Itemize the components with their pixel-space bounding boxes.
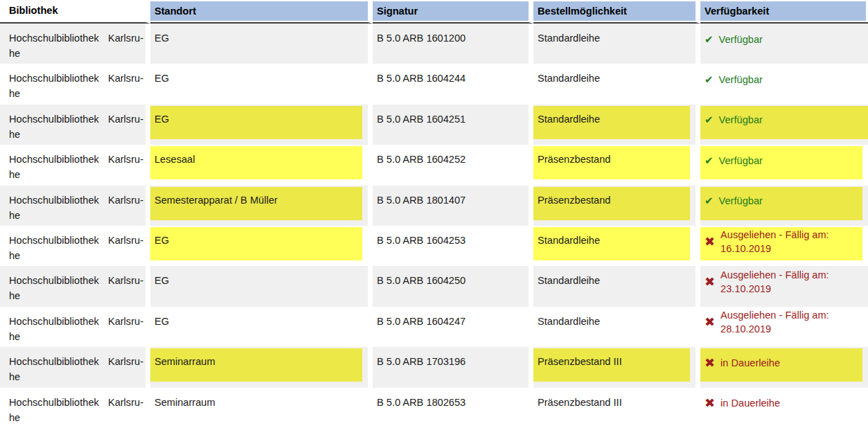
cell-order: Präsenzbestand bbox=[533, 145, 700, 185]
order-type-text: Präsenzbestand bbox=[538, 154, 610, 165]
order-type-text: Präsenzbestand III bbox=[538, 356, 622, 367]
cell-signature: B 5.0 ARB 1604244 bbox=[373, 64, 533, 104]
cell-library: Hochschulbibliothek Karlsru­he bbox=[0, 266, 150, 306]
location-text: Seminarraum bbox=[154, 356, 215, 367]
location-text: EG bbox=[154, 275, 169, 286]
column-header-library: Bibliothek bbox=[0, 0, 150, 24]
cell-availability: ✔Verfügbar bbox=[700, 64, 868, 104]
library-name: Hochschulbibliothek Karlsru­he bbox=[9, 356, 143, 382]
library-name: Hochschulbibliothek Karlsru­he bbox=[9, 114, 143, 140]
order-type-text: Standardleihe bbox=[538, 33, 600, 44]
availability-text: Ausgeliehen - Fällig am: 23.10.2019 bbox=[720, 268, 861, 296]
cell-location: EG bbox=[150, 24, 373, 64]
column-header-label: Verfügbarkeit bbox=[700, 1, 866, 21]
signature-text: B 5.0 ARB 1604251 bbox=[377, 114, 466, 125]
column-header-label: Signatur bbox=[373, 1, 529, 21]
table-row: Hochschulbibliothek Karlsru­heEGB 5.0 AR… bbox=[0, 266, 868, 306]
library-name: Hochschulbibliothek Karlsru­he bbox=[9, 195, 143, 221]
availability-text: in Dauerleihe bbox=[720, 396, 780, 410]
table-row: Hochschulbibliothek Karlsru­heEGB 5.0 AR… bbox=[0, 24, 868, 64]
availability-text: in Dauerleihe bbox=[720, 356, 780, 370]
signature-text: B 5.0 ARB 1604247 bbox=[377, 316, 466, 327]
cell-availability: ✔Verfügbar bbox=[700, 24, 868, 64]
location-text: EG bbox=[154, 114, 169, 125]
cell-order: Präsenzbestand bbox=[533, 186, 700, 226]
cell-signature: B 5.0 ARB 1802653 bbox=[373, 388, 533, 428]
table-body: Hochschulbibliothek Karlsru­heEGB 5.0 AR… bbox=[0, 24, 868, 428]
order-type-text: Standardleihe bbox=[538, 114, 600, 125]
table-row: Hochschulbibliothek Karlsru­heEGB 5.0 AR… bbox=[0, 64, 868, 104]
cell-library: Hochschulbibliothek Karlsru­he bbox=[0, 64, 150, 104]
cell-library: Hochschulbibliothek Karlsru­he bbox=[0, 105, 150, 145]
table-row: Hochschulbibliothek Karlsru­heSeminarrau… bbox=[0, 388, 868, 428]
cell-order: Präsenzbestand III bbox=[533, 347, 700, 387]
availability-table: BibliothekStandortSignaturBestellmöglich… bbox=[0, 0, 868, 428]
cell-availability: ✔Verfügbar bbox=[700, 186, 868, 226]
column-header-location: Standort bbox=[150, 0, 373, 24]
cell-availability: ✖Ausgeliehen - Fällig am: 23.10.2019 bbox=[700, 266, 868, 306]
signature-text: B 5.0 ARB 1604244 bbox=[377, 73, 466, 84]
availability-text: Verfügbar bbox=[719, 33, 763, 46]
cell-availability: ✔Verfügbar bbox=[700, 145, 868, 185]
library-name: Hochschulbibliothek Karlsru­he bbox=[9, 33, 143, 59]
signature-text: B 5.0 ARB 1604252 bbox=[377, 154, 466, 165]
column-header-signature: Signatur bbox=[373, 0, 533, 24]
order-type-text: Standardleihe bbox=[538, 73, 600, 84]
cell-library: Hochschulbibliothek Karlsru­he bbox=[0, 226, 150, 266]
library-name: Hochschulbibliothek Karlsru­he bbox=[9, 235, 143, 261]
location-text: EG bbox=[154, 73, 169, 84]
cell-availability: ✖Ausgeliehen - Fällig am: 28.10.2019 bbox=[700, 307, 868, 347]
table-row: Hochschulbibliothek Karlsru­heEGB 5.0 AR… bbox=[0, 105, 868, 145]
cross-icon: ✖ bbox=[705, 315, 715, 329]
cell-location: Seminarraum bbox=[150, 347, 373, 387]
cell-location: EG bbox=[150, 105, 373, 145]
signature-text: B 5.0 ARB 1604250 bbox=[377, 275, 466, 286]
cell-library: Hochschulbibliothek Karlsru­he bbox=[0, 24, 150, 64]
location-text: Seminarraum bbox=[154, 397, 215, 408]
column-header-label: Standort bbox=[150, 1, 368, 21]
library-name: Hochschulbibliothek Karlsru­he bbox=[9, 154, 143, 180]
library-name: Hochschulbibliothek Karlsru­he bbox=[9, 316, 143, 342]
availability-text: Verfügbar bbox=[719, 154, 763, 168]
check-icon: ✔ bbox=[705, 154, 714, 168]
cell-signature: B 5.0 ARB 1604252 bbox=[373, 145, 533, 185]
cell-order: Standardleihe bbox=[533, 307, 700, 347]
cell-location: Semesterapparat / B Müller bbox=[150, 186, 373, 226]
cell-library: Hochschulbibliothek Karlsru­he bbox=[0, 186, 150, 226]
check-icon: ✔ bbox=[705, 113, 714, 127]
table-row: Hochschulbibliothek Karlsru­heLesesaalB … bbox=[0, 145, 868, 185]
column-header-order: Bestellmöglichkeit bbox=[533, 0, 700, 24]
location-text: Lesesaal bbox=[154, 154, 195, 165]
cell-library: Hochschulbibliothek Karlsru­he bbox=[0, 347, 150, 387]
column-header-label: Bestellmöglichkeit bbox=[533, 1, 696, 21]
cell-order: Standardleihe bbox=[533, 105, 700, 145]
order-type-text: Standardleihe bbox=[538, 316, 600, 327]
cell-signature: B 5.0 ARB 1801407 bbox=[373, 186, 533, 226]
cell-library: Hochschulbibliothek Karlsru­he bbox=[0, 388, 150, 428]
signature-text: B 5.0 ARB 1703196 bbox=[377, 356, 466, 367]
cell-order: Standardleihe bbox=[533, 64, 700, 104]
cell-availability: ✖in Dauerleihe bbox=[700, 347, 868, 387]
cell-location: EG bbox=[150, 266, 373, 306]
location-text: EG bbox=[154, 33, 169, 44]
cell-location: EG bbox=[150, 307, 373, 347]
cell-location: EG bbox=[150, 64, 373, 104]
cell-location: Seminarraum bbox=[150, 388, 373, 428]
cell-library: Hochschulbibliothek Karlsru­he bbox=[0, 307, 150, 347]
order-type-text: Präsenzbestand bbox=[538, 195, 610, 206]
table-row: Hochschulbibliothek Karlsru­heEGB 5.0 AR… bbox=[0, 226, 868, 266]
signature-text: B 5.0 ARB 1604253 bbox=[377, 235, 466, 246]
location-text: EG bbox=[154, 235, 169, 246]
cell-location: EG bbox=[150, 226, 373, 266]
cell-signature: B 5.0 ARB 1604253 bbox=[373, 226, 533, 266]
availability-text: Verfügbar bbox=[719, 73, 763, 87]
cell-library: Hochschulbibliothek Karlsru­he bbox=[0, 145, 150, 185]
cell-availability: ✖Ausgeliehen - Fällig am: 16.10.2019 bbox=[700, 226, 868, 266]
cell-order: Standardleihe bbox=[533, 226, 700, 266]
library-name: Hochschulbibliothek Karlsru­he bbox=[9, 73, 143, 99]
table-header: BibliothekStandortSignaturBestellmöglich… bbox=[0, 0, 868, 24]
location-text: Semesterapparat / B Müller bbox=[154, 195, 278, 206]
library-name: Hochschulbibliothek Karlsru­he bbox=[9, 397, 143, 423]
availability-text: Ausgeliehen - Fällig am: 16.10.2019 bbox=[720, 228, 861, 256]
availability-text: Ausgeliehen - Fällig am: 28.10.2019 bbox=[720, 308, 861, 336]
